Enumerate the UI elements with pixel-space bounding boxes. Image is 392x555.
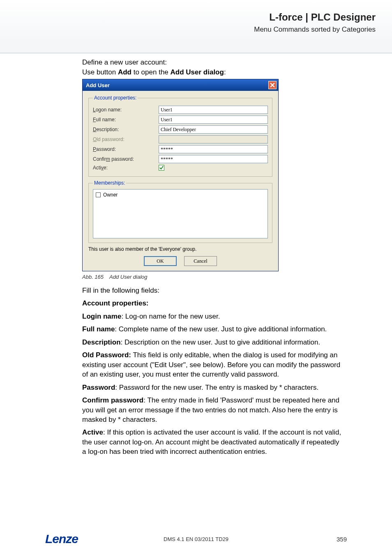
prose-p8: Active: If this option is activated the … (82, 428, 343, 456)
intro-line2: Use button Add to open the Add User dial… (82, 68, 343, 76)
row-logon: Logon name: (93, 106, 268, 114)
prose-p3: Full name: Complete name of the new user… (82, 324, 343, 334)
prose-block: Fill in the following fields: Account pr… (82, 286, 343, 457)
add-user-dialog: Add User Account properties: Logon name:… (82, 79, 279, 271)
everyone-note: This user is also member of the 'Everyon… (88, 246, 272, 252)
label-oldpw: Old password: (93, 136, 159, 142)
prose-p4: Description: Description on the new user… (82, 338, 343, 347)
description-field[interactable] (159, 125, 268, 134)
doc-id: DMS 4.1 EN 03/2011 TD29 (164, 536, 228, 542)
ok-button[interactable]: OK (144, 256, 177, 266)
label-active: Active: (93, 165, 159, 171)
row-active: Active: (93, 165, 268, 171)
confirm-password-field[interactable] (159, 155, 268, 163)
row-cpw: Confirm password: (93, 155, 268, 163)
prose-p6: Password: Password for the new user. The… (82, 383, 343, 392)
label-full: Full name: (93, 117, 159, 123)
page-number: 359 (337, 536, 347, 543)
row-oldpw: Old password: (93, 135, 268, 143)
doc-subtitle: Menu Commands sorted by Categories (0, 25, 376, 34)
figure-caption: Abb. 165 Add User dialog (82, 274, 343, 280)
prose-p1: Account properties: (82, 298, 343, 308)
full-name-field[interactable] (159, 116, 268, 124)
memberships-legend: Memberships: (93, 180, 126, 186)
page-header: L-force | PLC Designer Menu Commands sor… (0, 0, 392, 53)
old-password-field (159, 135, 268, 143)
intro-line1: Define a new user account: (82, 58, 343, 67)
prose-p2: Login name: Log-on name for the new user… (82, 312, 343, 321)
checkbox-icon[interactable] (96, 192, 101, 197)
password-field[interactable] (159, 145, 268, 153)
label-cpw: Confirm password: (93, 156, 159, 162)
memberships-group: Memberships: Owner (88, 180, 272, 243)
page-footer: Lenze DMS 4.1 EN 03/2011 TD29 359 (0, 532, 392, 546)
prose-p0: Fill in the following fields: (82, 286, 343, 295)
row-desc: Description: (93, 125, 268, 134)
prose-p5: Old Password: This field is only editabl… (82, 350, 343, 379)
lenze-logo: Lenze (45, 532, 78, 546)
intro-block: Define a new user account: Use button Ad… (82, 58, 343, 76)
prose-p7: Confirm password: The entry made in fiel… (82, 395, 343, 424)
row-full: Full name: (93, 116, 268, 124)
membership-item-label: Owner (103, 192, 118, 198)
logon-name-field[interactable] (159, 106, 268, 114)
label-pw: Password: (93, 146, 159, 152)
active-checkbox[interactable] (159, 165, 164, 171)
close-icon[interactable] (268, 81, 277, 89)
doc-title: L-force | PLC Designer (0, 12, 376, 23)
account-properties-group: Account properties: Logon name: Full nam… (88, 95, 272, 177)
label-logon: Logon name: (93, 107, 159, 113)
cancel-button[interactable]: Cancel (184, 256, 217, 266)
account-properties-legend: Account properties: (93, 95, 138, 101)
dialog-title: Add User (86, 82, 110, 88)
dialog-titlebar[interactable]: Add User (83, 79, 278, 91)
list-item[interactable]: Owner (96, 192, 265, 198)
row-pw: Password: (93, 145, 268, 153)
label-desc: Description: (93, 127, 159, 132)
memberships-list[interactable]: Owner (93, 189, 268, 238)
